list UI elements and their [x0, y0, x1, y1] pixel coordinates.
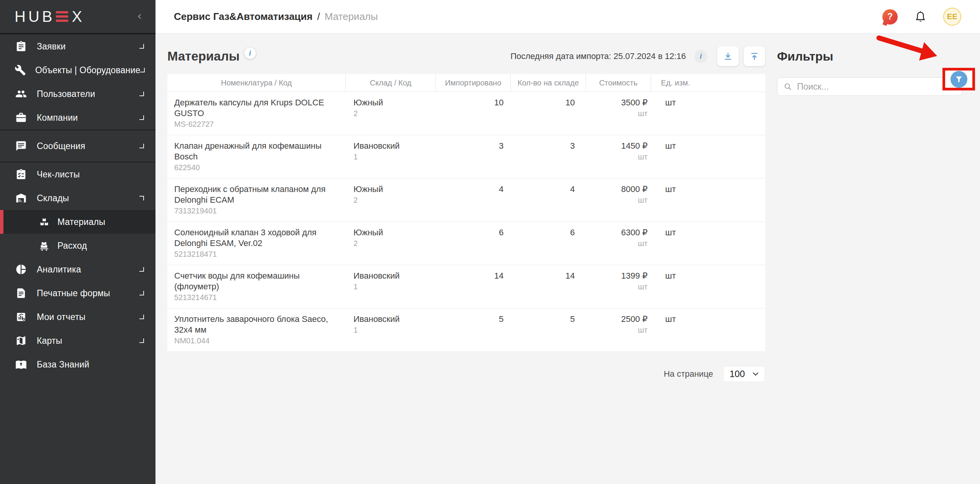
filters-title-row: Фильтры: [777, 44, 980, 68]
sidebar-group-main: Заявки Объекты | Оборудование Пользовате…: [0, 34, 155, 130]
toggle-filters-button[interactable]: [951, 71, 967, 88]
warehouse-code: 1: [353, 325, 431, 335]
submenu-collapsed-icon: [139, 338, 144, 343]
page-size-value: 100: [730, 369, 745, 379]
warehouse-name: Ивановский: [353, 141, 431, 151]
sidebar-item-objects-equipment[interactable]: Объекты | Оборудование: [0, 58, 155, 82]
table-row[interactable]: Уплотнитель заварочного блока Saeco, 32x…: [167, 308, 765, 352]
upload-button[interactable]: [744, 46, 765, 66]
materials-page: Материалы i Последняя дата импорта: 25.0…: [155, 34, 770, 484]
submenu-collapsed-icon: [139, 92, 144, 96]
price-value: 8000 ₽: [586, 184, 648, 195]
price-value: 6300 ₽: [586, 227, 648, 238]
page-size-label: На странице: [664, 369, 713, 379]
sidebar-subitem-materials[interactable]: Материалы: [0, 210, 155, 234]
price-unit: шт: [586, 195, 648, 205]
sidebar-subitem-consumption[interactable]: Расход: [0, 234, 155, 258]
imported-qty: 6: [435, 227, 510, 238]
import-actions: Последняя дата импорта: 25.07.2024 в 12:…: [510, 46, 765, 66]
sidebar-item-warehouses[interactable]: Склады: [0, 186, 155, 210]
material-name: Держатель капсулы для Krups DOLCE GUSTO: [174, 97, 334, 119]
report-chart-icon: [15, 311, 28, 323]
sidebar-item-print-forms[interactable]: Печатные формы: [0, 281, 155, 305]
sidebar-item-label: Сообщения: [37, 141, 139, 151]
book-icon: [15, 359, 28, 370]
material-name: Клапан дренажный для кофемашины Bosch: [174, 141, 334, 162]
page-title: Материалы: [167, 49, 240, 64]
sidebar-subitem-label: Материалы: [57, 217, 144, 227]
help-button[interactable]: ?: [882, 9, 898, 25]
material-code: NM01.044: [174, 336, 334, 345]
sidebar-item-analytics[interactable]: Аналитика: [0, 258, 155, 281]
submenu-collapsed-icon: [139, 44, 144, 49]
stock-qty: 3: [510, 141, 586, 151]
imported-qty: 5: [435, 314, 510, 325]
pie-chart-icon: [15, 264, 28, 275]
sidebar-item-users[interactable]: Пользователи: [0, 82, 155, 106]
boxes-icon: [38, 217, 50, 227]
column-header-nomenclature: Номенклатура / Код: [167, 74, 345, 92]
checklist-icon: [15, 169, 28, 180]
download-icon: [723, 51, 733, 61]
table-header-row: Номенклатура / Код Склад / Код Импортиро…: [167, 74, 765, 92]
clipboard-icon: [15, 41, 28, 52]
stock-qty: 10: [510, 97, 586, 108]
app-window: HUB X Заявки Объекты | Оборудование: [0, 0, 980, 484]
sidebar-subitem-label: Расход: [57, 241, 144, 251]
notifications-bell-icon[interactable]: [915, 10, 926, 23]
topbar-actions: ? EE: [882, 8, 961, 26]
submenu-collapsed-icon: [139, 315, 144, 319]
material-code: 5213218471: [174, 249, 334, 259]
table-row[interactable]: Соленоидный клапан 3 ходовой для Delongh…: [167, 222, 765, 265]
sidebar-item-my-reports[interactable]: Мои отчеты: [0, 305, 155, 329]
main-column: Сервис Газ&Автоматизация / Материалы ? E…: [155, 0, 980, 484]
table-row[interactable]: Клапан дренажный для кофемашины Bosch622…: [167, 135, 765, 179]
content-area: Материалы i Последняя дата импорта: 25.0…: [155, 34, 980, 484]
table-row[interactable]: Держатель капсулы для Krups DOLCE GUSTOM…: [167, 92, 765, 135]
breadcrumb-current: Материалы: [324, 11, 378, 23]
sidebar-group-messages: Сообщения: [0, 130, 155, 162]
sidebar-item-companies[interactable]: Компании: [0, 106, 155, 130]
material-name: Переходник с обратным клапаном для Delon…: [174, 184, 334, 205]
material-code: 7313219401: [174, 206, 334, 215]
sidebar-item-label: Печатные формы: [37, 288, 139, 299]
table-row[interactable]: Переходник с обратным клапаном для Delon…: [167, 179, 765, 222]
column-header-imported: Импортировано: [435, 74, 510, 92]
material-name: Соленоидный клапан 3 ходовой для Delongh…: [174, 227, 334, 249]
sidebar-item-label: Чек-листы: [37, 169, 144, 180]
logo-text-suffix: X: [72, 8, 85, 25]
sidebar-item-label: Компании: [37, 113, 139, 123]
table-row[interactable]: Счетчик воды для кофемашины (флоуметр)52…: [167, 265, 765, 308]
search-icon: [784, 82, 792, 91]
warehouse-name: Ивановский: [353, 271, 431, 281]
price-unit: шт: [586, 239, 648, 248]
page-info-icon[interactable]: i: [244, 48, 256, 59]
sidebar-collapse-icon[interactable]: [136, 12, 144, 21]
sidebar-item-label: Склады: [37, 193, 139, 203]
sidebar-item-maps[interactable]: Карты: [0, 329, 155, 353]
price-unit: шт: [586, 282, 648, 291]
unit-value: шт: [651, 141, 765, 151]
chat-bubble-icon: [15, 140, 28, 152]
page-size-select[interactable]: 100: [723, 366, 765, 382]
app-logo[interactable]: HUB X: [15, 8, 85, 25]
sidebar-item-requests[interactable]: Заявки: [0, 34, 155, 58]
unit-value: шт: [651, 271, 765, 281]
column-header-unit: Ед. изм.: [651, 74, 765, 92]
submenu-collapsed-icon: [139, 144, 144, 148]
search-input[interactable]: [797, 82, 956, 92]
chevron-down-icon: [753, 372, 759, 376]
sidebar-item-knowledge-base[interactable]: База Знаний: [0, 353, 155, 376]
price-value: 2500 ₽: [586, 314, 648, 325]
import-info-icon[interactable]: i: [694, 50, 707, 63]
breadcrumb-root[interactable]: Сервис Газ&Автоматизация: [174, 11, 312, 23]
download-button[interactable]: [717, 46, 739, 66]
avatar-initials: EE: [947, 12, 958, 21]
sidebar-item-messages[interactable]: Сообщения: [0, 134, 155, 158]
sidebar-header: HUB X: [0, 0, 155, 34]
submenu-collapsed-icon: [139, 291, 144, 295]
sidebar-item-checklists[interactable]: Чек-листы: [0, 162, 155, 186]
user-avatar[interactable]: EE: [943, 8, 961, 26]
unit-value: шт: [651, 314, 765, 325]
column-header-price: Стоимость: [586, 74, 651, 92]
